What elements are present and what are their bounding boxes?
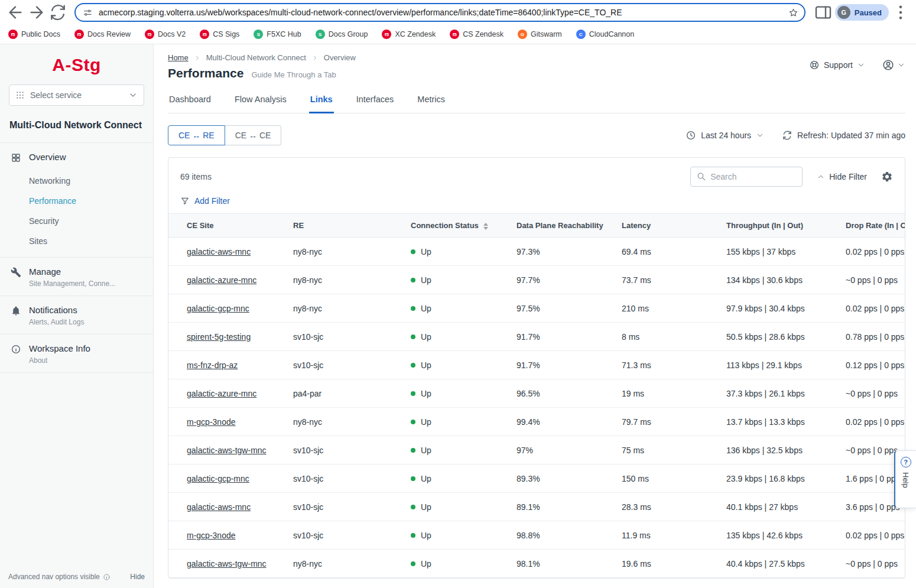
nav-section-workspace-info: Workspace InfoAbout <box>0 334 153 373</box>
ce-site-link[interactable]: galactic-gcp-mnc <box>187 474 249 483</box>
ce-site-link[interactable]: galactic-azure-mnc <box>187 389 256 398</box>
items-count: 69 items <box>180 172 212 181</box>
link-type-ce-re[interactable]: CE ↔ RE <box>168 125 225 145</box>
site-info-icon[interactable] <box>83 8 93 18</box>
cell-throughput: 23.9 kbps | 16.8 kbps <box>717 464 836 493</box>
squares-icon <box>11 152 21 163</box>
search-input[interactable] <box>690 167 803 187</box>
bookmark-docs-group[interactable]: S Docs Group <box>316 30 368 39</box>
cell-connection-status: Up <box>401 521 507 550</box>
forward-button[interactable] <box>27 3 46 22</box>
ce-site-link[interactable]: galactic-azure-mnc <box>187 275 256 285</box>
cell-drop-rate: 0.02 pps | 0 pps <box>836 238 905 266</box>
sidebar-item-overview[interactable]: Overview <box>0 143 153 171</box>
sidebar-item-performance[interactable]: Performance <box>0 191 153 211</box>
cell-re: sv10-sjc <box>284 323 401 351</box>
ce-site-link[interactable]: galactic-aws-tgw-mnc <box>187 559 267 568</box>
table-row: galactic-aws-mnc ny8-nyc Up 97.3% 69.4 m… <box>168 238 905 266</box>
guide-me-link[interactable]: Guide Me Through a Tab <box>251 70 336 79</box>
table-row: m-gcp-3node sv10-sjc Up 98.8% 11.9 ms 13… <box>168 521 905 550</box>
tab-interfaces[interactable]: Interfaces <box>355 92 395 113</box>
bookmark-star-icon[interactable] <box>788 8 798 18</box>
bookmark-public-docs[interactable]: f5 Public Docs <box>8 30 60 39</box>
cell-latency: 8 ms <box>612 323 717 351</box>
add-filter-button[interactable]: Add Filter <box>168 188 905 213</box>
bookmark-cs-sigs[interactable]: f5 CS Sigs <box>200 30 239 39</box>
avatar: G <box>837 6 850 19</box>
cell-throughput: 135 kbps | 42.6 kbps <box>717 521 836 550</box>
ce-site-link[interactable]: galactic-aws-tgw-mnc <box>187 446 267 455</box>
hide-nav-options-link[interactable]: Hide <box>130 573 145 581</box>
table-settings-button[interactable] <box>881 171 893 183</box>
bookmark-docs-review[interactable]: f5 Docs Review <box>74 30 131 39</box>
column-header-ce-site: CE Site <box>168 214 284 238</box>
bookmark-gitswarm[interactable]: G Gitswarm <box>518 30 562 39</box>
cell-latency: 79.7 ms <box>612 408 717 436</box>
bookmark-cloudcannon[interactable]: C CloudCannon <box>576 30 634 39</box>
bookmark-xc-zendesk[interactable]: f5 XC Zendesk <box>382 30 436 39</box>
back-button[interactable] <box>6 3 25 22</box>
chevron-down-icon <box>128 90 138 100</box>
sidebar-item-workspace-info[interactable]: Workspace InfoAbout <box>0 334 153 372</box>
sort-icon[interactable] <box>483 223 488 230</box>
sidebar-item-notifications[interactable]: NotificationsAlerts, Audit Logs <box>0 296 153 334</box>
brand-logo: A-Stg <box>0 44 153 77</box>
status-dot-icon <box>411 533 415 538</box>
cell-connection-status: Up <box>401 323 507 351</box>
reload-button[interactable] <box>48 3 67 22</box>
column-header-re: RE <box>284 214 401 238</box>
chevron-up-icon <box>817 173 825 181</box>
profile-chip[interactable]: G Paused <box>835 4 889 21</box>
table-row: galactic-azure-mnc ny8-nyc Up 97.7% 73.7… <box>168 266 905 294</box>
cell-latency: 210 ms <box>612 294 717 323</box>
ce-site-link[interactable]: m-gcp-3node <box>187 417 236 427</box>
ce-site-link[interactable]: galactic-aws-mnc <box>187 247 251 256</box>
sidebar-nav: OverviewNetworkingPerformanceSecuritySit… <box>0 142 153 373</box>
refresh-button[interactable]: Refresh: Updated 37 min ago <box>782 130 905 141</box>
sidebar-footer: Advanced nav options visible Hide <box>0 566 153 588</box>
docs-v2-favicon: f5 <box>145 30 154 39</box>
column-header-drop-rate-in-out: Drop Rate (In | Out) <box>836 214 905 238</box>
column-header-connection-status[interactable]: Connection Status <box>401 214 507 238</box>
refresh-label: Refresh: Updated 37 min ago <box>797 131 905 140</box>
search-box <box>690 167 803 187</box>
cell-drop-rate: ~0 pps | 0 pps <box>836 379 905 408</box>
time-range-selector[interactable]: Last 24 hours <box>686 130 764 141</box>
breadcrumb-home[interactable]: Home <box>168 53 189 62</box>
ce-site-link[interactable]: spirent-5g-testing <box>187 332 251 342</box>
bookmark-docs-v2[interactable]: f5 Docs V2 <box>145 30 186 39</box>
kebab-menu-icon <box>891 3 910 22</box>
sidebar-item-sites[interactable]: Sites <box>0 231 153 251</box>
hide-filter-button[interactable]: Hide Filter <box>817 172 867 181</box>
browser-menu-button[interactable] <box>891 3 910 22</box>
sidebar-item-manage[interactable]: ManageSite Management, Conne... <box>0 258 153 295</box>
tab-flow-analysis[interactable]: Flow Analysis <box>233 92 288 113</box>
url-bar[interactable]: acmecorp.staging.volterra.us/web/workspa… <box>74 3 805 22</box>
ce-site-link[interactable]: ms-fnz-drp-az <box>187 360 238 370</box>
ce-site-link[interactable]: galactic-aws-mnc <box>187 502 251 512</box>
tab-links[interactable]: Links <box>309 92 334 113</box>
service-selector[interactable]: Select service <box>9 85 144 106</box>
ce-site-link[interactable]: m-gcp-3node <box>187 531 236 540</box>
bookmark-cs-zendesk[interactable]: f5 CS Zendesk <box>450 30 504 39</box>
tab-metrics[interactable]: Metrics <box>416 92 446 113</box>
cell-drop-rate: 0.12 pps | 0 pps <box>836 351 905 379</box>
bookmark-f5xc-hub[interactable]: S F5XC Hub <box>254 30 301 39</box>
account-menu[interactable] <box>882 59 905 72</box>
links-table-card: 69 items Hide Filter Add Filter <box>168 157 905 579</box>
tab-dashboard[interactable]: Dashboard <box>168 92 212 113</box>
cloudcannon-favicon: C <box>576 30 586 39</box>
help-tab[interactable]: ? Help <box>894 450 916 508</box>
info-icon <box>103 573 111 581</box>
support-menu[interactable]: Support <box>809 60 865 70</box>
cell-drop-rate: 0.78 pps | 0 pps <box>836 323 905 351</box>
link-type-segment: CE ↔ RECE ↔ CE <box>168 125 281 145</box>
cell-throughput: 113 kbps | 29.1 kbps <box>717 351 836 379</box>
link-type-ce-ce[interactable]: CE ↔ CE <box>225 125 282 145</box>
cell-reachability: 96.5% <box>507 379 612 408</box>
sidebar-item-security[interactable]: Security <box>0 211 153 231</box>
ce-site-link[interactable]: galactic-gcp-mnc <box>187 304 249 313</box>
cell-drop-rate: 0.02 pps | 0 pps <box>836 408 905 436</box>
sidebar-item-networking[interactable]: Networking <box>0 171 153 191</box>
side-panel-button[interactable] <box>814 3 833 22</box>
